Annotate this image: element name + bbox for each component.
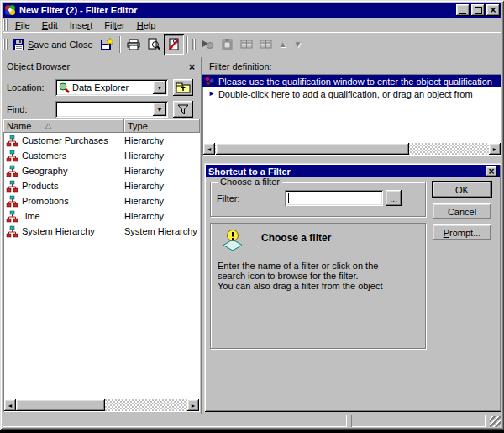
maximize-button[interactable] [471,4,485,16]
apply-button-disabled [197,34,218,55]
scroll-left-icon: ◄ [207,146,213,152]
hierarchy-icon [6,195,18,208]
add-qualification-row[interactable]: ► Double-click here to add a qualificati… [202,87,501,100]
filter-find-button[interactable] [173,101,193,118]
object-browser-title: Object Browser [7,61,186,71]
dropdown-arrow-button[interactable]: ▼ [153,103,166,116]
status-panel-secondary [351,415,486,427]
save-and-close-button[interactable]: Save and Close [9,34,97,55]
hierarchy-icon [6,165,18,177]
object-browser-pane: Object Browser × Location: Data Explorer… [3,57,202,414]
list-item[interactable]: Promotions Hierarchy [3,193,200,209]
folder-up-icon [176,82,191,93]
menu-help[interactable]: Help [131,19,162,31]
shortcut-to-filter-dialog: Shortcut to a Filter × Choose a filter F… [204,163,501,412]
menu-filter[interactable]: Filter [98,19,130,31]
clipboard-icon [221,38,234,50]
object-list-hscrollbar[interactable]: ◄ ► [4,399,199,411]
scrollbar-thumb[interactable] [216,143,409,155]
filter-field-label: Filter: [217,193,240,203]
save-as-icon [100,38,113,50]
scroll-right-button[interactable]: ► [187,399,199,411]
list-item[interactable]: Customer Purchases Hierarchy [3,133,200,148]
filter-definition-hscrollbar[interactable]: ◄ ► [203,143,501,155]
dialog-close-button[interactable]: × [486,166,497,177]
column-header-type[interactable]: Type [124,119,200,133]
dropdown-arrow-button[interactable]: ▼ [153,81,166,94]
toolbar-grip[interactable] [192,39,196,50]
hierarchy-icon [6,135,18,147]
list-item[interactable]: Products Hierarchy [3,178,200,193]
menu-file[interactable]: File [9,19,36,31]
info-text-line: Enter the name of a filter or click on t… [218,261,422,271]
scroll-left-icon: ◄ [8,403,13,409]
location-combobox[interactable]: Data Explorer ▼ [55,79,168,96]
list-item[interactable]: ime Hierarchy [3,209,200,224]
hierarchy-icon [6,180,18,193]
menu-edit[interactable]: Edit [36,19,64,31]
toolbar-separator [119,36,121,53]
resize-grip-icon[interactable] [490,416,501,427]
toolbar-grip[interactable] [3,39,8,50]
filter-editor-window: New Filter (2) - Filter Editor × File Ed… [0,0,504,430]
filter-name-input[interactable] [285,190,383,206]
filter-definition-label: Filter definition: [209,61,272,71]
list-item[interactable]: Customers Hierarchy [3,148,200,163]
ok-button[interactable]: OK [433,182,491,198]
info-title: Choose a filter [261,232,331,244]
find-row: Find: [7,101,27,118]
scroll-left-button[interactable]: ◄ [4,399,16,411]
scrollbar-thumb[interactable] [16,399,105,411]
cancel-button[interactable]: Cancel [433,203,491,219]
close-icon: × [488,167,494,176]
print-preview-icon [147,38,160,50]
object-browser-icon [167,38,181,50]
down-arrow-icon: ▼ [294,40,302,49]
save-icon [13,38,25,50]
data-explorer-icon [58,82,70,93]
chevron-down-icon: ▼ [157,107,163,113]
find-input[interactable] [58,103,142,116]
up-one-level-button[interactable] [173,79,193,96]
bullet-arrow-icon: ► [204,90,215,98]
condition-icon [240,39,253,50]
location-label: Location: [7,82,45,92]
qualification-hint-text: Please use the qualification window to e… [218,77,492,87]
print-button[interactable] [123,34,144,55]
list-item[interactable]: System Hierarchy System Hierarchy [3,224,200,239]
minimize-button[interactable] [456,4,470,16]
menubar-grip[interactable] [3,19,8,31]
scroll-right-button[interactable]: ► [489,143,501,155]
column-header-name[interactable]: Name [3,119,124,133]
filter-definition-panel: Please use the qualification window to e… [202,74,501,156]
location-value: Data Explorer [72,82,129,92]
filter-qualification-icon [204,76,215,87]
scroll-right-icon: ► [191,403,197,409]
chevron-down-icon: ▼ [157,85,163,91]
status-bar [3,413,501,428]
scroll-left-button[interactable]: ◄ [203,143,215,155]
dialog-title-bar: Shortcut to a Filter × [206,165,500,177]
hierarchy-icon [6,225,18,238]
title-bar: New Filter (2) - Filter Editor × [3,3,501,18]
find-label: Find: [7,104,27,114]
choose-filter-group-label: Choose a filter [218,177,282,187]
find-combobox[interactable]: ▼ [55,101,168,118]
object-browser-toggle-button[interactable] [164,34,184,55]
maximize-icon [475,7,482,14]
info-text-line: You can also drag a filter from the obje… [218,281,422,291]
print-preview-button[interactable] [144,34,164,55]
browse-filter-button[interactable]: ... [386,190,402,206]
pane-close-button[interactable]: × [186,62,197,71]
app-icon [4,4,16,16]
menu-insert[interactable]: Insert [64,19,99,31]
prompt-button[interactable]: Prompt... [433,224,491,240]
object-list: Name Type Customer Purchases Hierarchy C… [3,119,200,412]
info-groupbox: Choose a filter Enter the name of a filt… [210,223,426,349]
move-up-button-disabled: ▲ [276,34,291,55]
qualification-row-selected[interactable]: Please use the qualification window to e… [202,75,501,87]
save-as-button[interactable] [97,34,117,55]
list-item[interactable]: Geography Hierarchy [3,163,200,178]
hierarchy-icon [6,150,18,162]
close-button[interactable]: × [486,4,500,16]
